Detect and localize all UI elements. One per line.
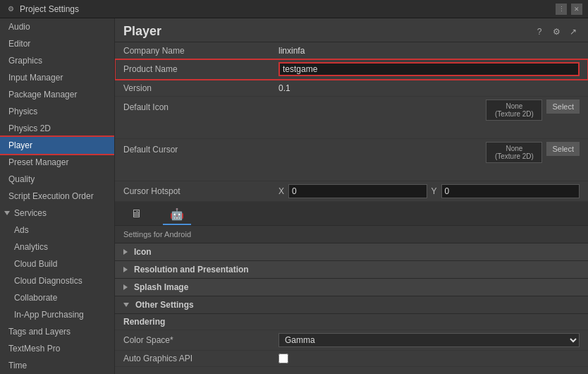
default-cursor-label: Default Cursor xyxy=(123,142,278,155)
sidebar-item-physics[interactable]: Physics xyxy=(0,103,114,120)
color-space-select[interactable]: Gamma Linear xyxy=(278,333,580,347)
color-space-row: Color Space* Gamma Linear xyxy=(115,330,588,351)
product-name-input[interactable] xyxy=(278,62,580,76)
services-label: Services xyxy=(14,207,47,219)
other-settings-section-header[interactable]: Other Settings xyxy=(115,296,588,314)
resolution-section-header[interactable]: Resolution and Presentation xyxy=(115,261,588,279)
sidebar-item-in-app-purchasing[interactable]: In-App Purchasing xyxy=(0,306,114,323)
sidebar-item-analytics[interactable]: Analytics xyxy=(0,239,114,255)
company-name-row: Company Name linxinfa xyxy=(115,42,588,59)
texture2d-label: (Texture 2D) xyxy=(491,110,537,118)
default-icon-select-button[interactable]: Select xyxy=(546,99,580,114)
menu-button[interactable]: ⋮ xyxy=(556,4,567,15)
sidebar-item-audio[interactable]: Audio xyxy=(0,18,114,35)
title-bar-controls: ⋮ ✕ xyxy=(556,4,582,15)
settings-for-android-label: Settings for Android xyxy=(115,226,588,243)
none-texture-label: None xyxy=(491,102,537,110)
default-icon-box: None (Texture 2D) xyxy=(486,99,542,121)
settings-popup-button[interactable]: ⚙ xyxy=(550,25,563,38)
header-icons: ? ⚙ ↗ xyxy=(533,25,580,38)
cursor-texture2d-label: (Texture 2D) xyxy=(491,152,537,160)
sidebar-item-package-manager[interactable]: Package Manager xyxy=(0,86,114,103)
cursor-hotspot-x[interactable] xyxy=(288,184,427,198)
icon-section-title: Icon xyxy=(134,247,152,257)
product-name-row: Product Name xyxy=(115,59,588,80)
desktop-icon: 🖥 xyxy=(130,207,142,219)
main-layout: Audio Editor Graphics Input Manager Pack… xyxy=(0,18,588,374)
other-settings-expand-icon xyxy=(123,303,129,307)
sidebar-item-player[interactable]: Player xyxy=(0,137,114,154)
auto-graphics-label: Auto Graphics API xyxy=(123,354,278,363)
content-panel: Player ? ⚙ ↗ Company Name linxinfa Produ… xyxy=(115,18,588,374)
splash-section-title: Splash Image xyxy=(134,282,188,292)
splash-expand-icon xyxy=(123,284,128,290)
default-cursor-row: Default Cursor None (Texture 2D) Select xyxy=(115,139,588,181)
page-title: Player xyxy=(123,24,161,39)
sidebar-item-input-manager[interactable]: Input Manager xyxy=(0,69,114,86)
default-cursor-box: None (Texture 2D) xyxy=(486,142,542,163)
title-bar: ⚙ Project Settings ⋮ ✕ xyxy=(0,0,588,18)
help-button[interactable]: ? xyxy=(533,25,546,38)
sidebar: Audio Editor Graphics Input Manager Pack… xyxy=(0,18,115,374)
sidebar-item-script-execution-order[interactable]: Script Execution Order xyxy=(0,188,114,205)
title-bar-text: Project Settings xyxy=(20,4,79,14)
cursor-hotspot-y[interactable] xyxy=(441,184,580,198)
platform-tabs: 🖥 🤖 xyxy=(115,202,588,226)
sidebar-item-quality[interactable]: Quality xyxy=(0,171,114,188)
sidebar-item-graphics[interactable]: Graphics xyxy=(0,52,114,69)
default-cursor-select-button[interactable]: Select xyxy=(546,142,580,156)
services-expand-icon xyxy=(4,211,10,215)
sidebar-item-physics-2d[interactable]: Physics 2D xyxy=(0,120,114,137)
rendering-label: Rendering xyxy=(115,314,588,330)
icon-section-header[interactable]: Icon xyxy=(115,243,588,261)
product-name-label: Product Name xyxy=(123,64,278,74)
settings-icon: ⚙ xyxy=(6,4,16,14)
sidebar-item-time[interactable]: Time xyxy=(0,357,114,374)
sidebar-item-tags-and-layers[interactable]: Tags and Layers xyxy=(0,323,114,340)
version-row: Version 0.1 xyxy=(115,80,588,97)
icon-section-expand-icon xyxy=(123,249,128,255)
tab-desktop[interactable]: 🖥 xyxy=(123,205,149,225)
auto-graphics-checkbox[interactable] xyxy=(278,354,288,363)
sidebar-item-ads[interactable]: Ads xyxy=(0,222,114,239)
content-header: Player ? ⚙ ↗ xyxy=(115,18,588,42)
splash-section-header[interactable]: Splash Image xyxy=(115,279,588,296)
resolution-expand-icon xyxy=(123,267,128,272)
default-cursor-content: None (Texture 2D) Select xyxy=(278,142,580,163)
cursor-none-label: None xyxy=(491,145,537,152)
cursor-hotspot-inputs: X Y xyxy=(278,184,580,198)
y-label: Y xyxy=(431,186,437,196)
default-icon-label: Default Icon xyxy=(123,99,278,112)
resolution-section-title: Resolution and Presentation xyxy=(134,265,249,275)
tab-android[interactable]: 🤖 xyxy=(163,205,191,225)
android-icon: 🤖 xyxy=(170,208,184,220)
version-value: 0.1 xyxy=(278,83,580,93)
sidebar-item-collaborate[interactable]: Collaborate xyxy=(0,289,114,306)
sidebar-item-services-group[interactable]: Services xyxy=(0,205,114,222)
close-button[interactable]: ✕ xyxy=(571,4,582,15)
sidebar-item-editor[interactable]: Editor xyxy=(0,35,114,52)
company-name-label: Company Name xyxy=(123,46,278,56)
cursor-hotspot-label: Cursor Hotspot xyxy=(123,186,278,196)
external-link-button[interactable]: ↗ xyxy=(567,25,580,38)
sidebar-item-textmesh-pro[interactable]: TextMesh Pro xyxy=(0,340,114,357)
sidebar-item-cloud-build[interactable]: Cloud Build xyxy=(0,255,114,272)
sidebar-item-preset-manager[interactable]: Preset Manager xyxy=(0,154,114,171)
auto-graphics-row: Auto Graphics API xyxy=(115,351,588,367)
default-icon-content: None (Texture 2D) Select xyxy=(278,99,580,121)
color-space-label: Color Space* xyxy=(123,335,278,345)
content-scroll[interactable]: Company Name linxinfa Product Name Versi… xyxy=(115,42,588,374)
default-icon-row: Default Icon None (Texture 2D) Select xyxy=(115,97,588,139)
cursor-hotspot-row: Cursor Hotspot X Y xyxy=(115,181,588,202)
version-label: Version xyxy=(123,83,278,93)
company-name-value: linxinfa xyxy=(278,46,580,56)
x-label: X xyxy=(278,186,284,196)
other-settings-section-title: Other Settings xyxy=(135,300,194,310)
sidebar-item-cloud-diagnostics[interactable]: Cloud Diagnostics xyxy=(0,272,114,289)
